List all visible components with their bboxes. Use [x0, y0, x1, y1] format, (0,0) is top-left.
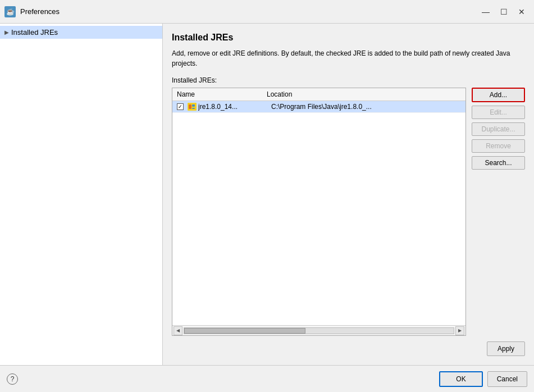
checkbox-indicator: ✓ [177, 103, 184, 110]
row-checkbox[interactable]: ✓ [177, 103, 185, 110]
sidebar-item-label: Installed JREs [11, 28, 58, 37]
sidebar: ▶ Installed JREs [0, 24, 163, 365]
chevron-right-icon: ▶ [4, 29, 9, 35]
title-bar: ☕ Preferences — ☐ ✕ [0, 0, 534, 24]
ok-button[interactable]: OK [439, 371, 482, 387]
jre-name: jre1.8.0_14... [198, 103, 271, 111]
svg-rect-2 [192, 104, 195, 107]
main-area: ▶ Installed JREs Installed JREs Add, rem… [0, 24, 534, 365]
app-icon: ☕ [4, 6, 16, 17]
duplicate-button[interactable]: Duplicate... [472, 122, 525, 136]
table-row[interactable]: ✓ jre1.8.0_14... C:\Program Files\Java\ [172, 101, 465, 113]
remove-button[interactable]: Remove [472, 139, 525, 153]
action-buttons: Add... Edit... Duplicate... Remove Searc… [472, 88, 525, 336]
edit-button[interactable]: Edit... [472, 106, 525, 119]
help-button[interactable]: ? [7, 373, 18, 385]
column-header-location: Location [267, 90, 461, 98]
table-header: Name Location [172, 88, 465, 101]
apply-area: Apply [172, 341, 525, 356]
svg-rect-3 [192, 108, 195, 109]
jre-table: Name Location ✓ [172, 88, 466, 336]
table-body: ✓ jre1.8.0_14... C:\Program Files\Java\ [172, 101, 465, 325]
close-button[interactable]: ✕ [514, 5, 530, 19]
bottom-buttons: OK Cancel [439, 371, 527, 387]
scroll-thumb[interactable] [184, 328, 305, 334]
jre-location: C:\Program Files\Java\jre1.8.0_... [271, 103, 461, 111]
minimize-button[interactable]: — [478, 5, 494, 19]
table-buttons-row: Name Location ✓ [172, 88, 525, 336]
search-button[interactable]: Search... [472, 156, 525, 170]
content-panel: Installed JREs Add, remove or edit JRE d… [163, 24, 534, 365]
scroll-left-button[interactable]: ◀ [174, 326, 182, 335]
cancel-button[interactable]: Cancel [487, 371, 527, 387]
jre-icon [188, 103, 197, 111]
installed-jres-label: Installed JREs: [172, 76, 525, 84]
scroll-right-button[interactable]: ▶ [455, 326, 464, 335]
apply-button[interactable]: Apply [487, 341, 525, 356]
maximize-button[interactable]: ☐ [496, 5, 512, 19]
column-header-name: Name [177, 90, 267, 98]
horizontal-scrollbar[interactable]: ◀ ▶ [172, 325, 465, 335]
content-title: Installed JREs [172, 33, 525, 43]
scroll-track[interactable] [184, 327, 454, 334]
window-title: Preferences [20, 7, 478, 16]
svg-rect-1 [189, 104, 191, 109]
content-description: Add, remove or edit JRE definitions. By … [172, 48, 525, 69]
add-button[interactable]: Add... [472, 88, 525, 102]
sidebar-item-installed-jres[interactable]: ▶ Installed JREs [0, 26, 162, 39]
window-controls: — ☐ ✕ [478, 5, 530, 19]
bottom-bar: ? OK Cancel [0, 365, 534, 392]
